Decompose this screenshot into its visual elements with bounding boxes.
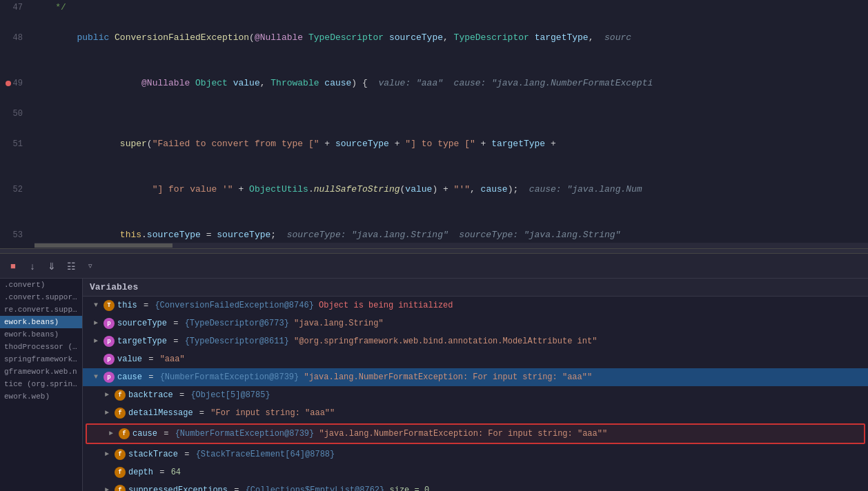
stack-item-4[interactable]: ework.beans) <box>0 316 82 328</box>
var-name-suppressed: suppressedExceptions <box>128 483 228 491</box>
var-val-sourceType: "java.lang.String" <box>294 316 384 331</box>
var-val-backtrace: {Object[5]@8785} <box>190 388 270 403</box>
line-content-48: public ConversionFailedException(@Nullab… <box>31 15 868 61</box>
code-line-51: 51 super("Failed to convert from type ["… <box>0 121 868 167</box>
debugger-panel: ■ ↓ ⇓ ☷ ▿ .convert) .convert.support) re… <box>0 254 868 491</box>
var-val-suppressed: size = 0 <box>389 483 429 491</box>
line-number-51: 51 <box>0 137 31 152</box>
var-icon-sourceType: p <box>103 318 115 329</box>
code-line-49: 49 @Nullable Object value, Throwable cau… <box>0 61 868 106</box>
editor-panel: 47 */ 48 public ConversionFailedExceptio… <box>0 0 868 248</box>
expand-arrow-targetType[interactable]: ► <box>94 334 103 349</box>
step-into-icon: ⇓ <box>48 261 56 272</box>
editor-scrollbar[interactable] <box>34 243 868 248</box>
stack-item-5[interactable]: ework.beans) <box>0 328 82 341</box>
line-content-52: "] for value '" + ObjectUtils.nullSafeTo… <box>31 167 868 212</box>
stack-item-7[interactable]: springframework.we <box>0 353 82 365</box>
var-row-this[interactable]: ▼ T this = {ConversionFailedException@87… <box>83 297 868 314</box>
var-icon-this: T <box>103 300 115 311</box>
var-val-cause-nested: "java.lang.NumberFormatException: For in… <box>319 426 607 441</box>
var-val-cause: "java.lang.NumberFormatException: For in… <box>304 370 592 385</box>
step-into-button[interactable]: ⇓ <box>44 259 59 274</box>
var-name-this: this <box>117 298 137 313</box>
var-icon-cause-nested: f <box>119 428 130 439</box>
var-row-sourceType[interactable]: ► p sourceType = {TypeDescriptor@6773} "… <box>83 314 868 332</box>
var-ref-this: {ConversionFailedException@8746} <box>155 298 319 313</box>
var-icon-targetType: p <box>103 336 115 347</box>
variables-header: Variables <box>83 279 868 297</box>
var-row-depth[interactable]: ► f depth = 64 <box>83 463 868 481</box>
step-out-button[interactable]: ☷ <box>63 259 79 274</box>
stack-item-3[interactable]: re.convert.support) <box>0 303 82 316</box>
stop-icon: ■ <box>10 261 16 271</box>
stack-item-9[interactable]: tice (org.springfram <box>0 378 82 390</box>
step-over-icon: ↓ <box>30 261 35 272</box>
debugger-content: .convert) .convert.support) re.convert.s… <box>0 279 868 491</box>
var-ref-cause: {NumberFormatException@8739} <box>160 370 304 385</box>
expand-arrow-detailMessage[interactable]: ► <box>105 405 115 421</box>
call-stack-list: .convert) .convert.support) re.convert.s… <box>0 279 83 491</box>
var-val-stackTrace: {StackTraceElement[64]@8788} <box>196 447 335 462</box>
var-icon-value: p <box>103 354 115 365</box>
var-ref-cause-nested: {NumberFormatException@8739} <box>175 426 319 441</box>
var-special-this: Object is being initialized <box>319 298 453 313</box>
expand-arrow-backtrace[interactable]: ► <box>105 388 115 403</box>
line-content-51: super("Failed to convert from type [" + … <box>31 121 868 167</box>
var-icon-suppressed: f <box>115 485 126 491</box>
code-line-52: 52 "] for value '" + ObjectUtils.nullSaf… <box>0 167 868 212</box>
stack-item-6[interactable]: thodProcessor (org. <box>0 341 82 353</box>
var-name-value: value <box>117 352 142 367</box>
var-ref-sourceType: {TypeDescriptor@6773} <box>185 316 294 331</box>
variables-pane: Variables ▼ T this = {ConversionFailedEx… <box>83 279 868 491</box>
stack-item-2[interactable]: .convert.support) <box>0 291 82 303</box>
panel-separator <box>0 248 868 254</box>
expand-arrow-sourceType[interactable]: ► <box>94 316 103 331</box>
expand-arrow-cause-nested[interactable]: ► <box>109 426 119 441</box>
debugger-toolbar: ■ ↓ ⇓ ☷ ▿ <box>0 254 868 279</box>
var-row-targetType[interactable]: ► p targetType = {TypeDescriptor@8611} "… <box>83 332 868 350</box>
var-name-stackTrace: stackTrace <box>128 447 178 462</box>
expand-arrow-suppressed[interactable]: ► <box>105 483 115 491</box>
var-row-suppressedExceptions[interactable]: ► f suppressedExceptions = {Collections$… <box>83 481 868 491</box>
var-icon-backtrace: f <box>115 390 126 401</box>
var-val-targetType: "@org.springframework.web.bind.annotatio… <box>294 334 597 349</box>
filter-button[interactable]: ▿ <box>83 259 98 274</box>
var-row-cause-nested[interactable]: ► f cause = {NumberFormatException@8739}… <box>86 423 865 444</box>
stack-item-1[interactable]: .convert) <box>0 279 82 291</box>
stack-item-10[interactable]: ework.web) <box>0 390 82 403</box>
filter-icon: ▿ <box>88 261 92 270</box>
var-row-backtrace[interactable]: ► f backtrace = {Object[5]@8785} <box>83 386 868 404</box>
expand-arrow-cause[interactable]: ▼ <box>94 370 103 385</box>
stack-item-8[interactable]: gframework.web.n <box>0 365 82 378</box>
code-line-47: 47 */ <box>0 0 868 15</box>
var-icon-stackTrace: f <box>115 449 126 460</box>
var-name-depth: depth <box>128 465 153 480</box>
var-val-depth: 64 <box>171 465 181 480</box>
line-number-47: 47 <box>0 0 31 15</box>
expand-arrow-this[interactable]: ▼ <box>94 298 103 313</box>
var-name-cause-nested: cause <box>132 426 157 441</box>
var-name-targetType: targetType <box>117 334 167 349</box>
line-number-53: 53 <box>0 228 31 243</box>
stop-button[interactable]: ■ <box>6 259 21 274</box>
var-name-detailMessage: detailMessage <box>128 405 193 421</box>
line-content-49: @Nullable Object value, Throwable cause)… <box>31 61 868 106</box>
var-val-value: "aaa" <box>160 352 185 367</box>
line-number-50: 50 <box>0 106 31 121</box>
var-row-value[interactable]: ► p value = "aaa" <box>83 350 868 368</box>
var-ref-targetType: {TypeDescriptor@8611} <box>185 334 294 349</box>
var-row-cause[interactable]: ▼ p cause = {NumberFormatException@8739}… <box>83 368 868 386</box>
expand-arrow-stackTrace[interactable]: ► <box>105 447 115 462</box>
var-name-cause: cause <box>117 370 142 385</box>
var-row-stackTrace[interactable]: ► f stackTrace = {StackTraceElement[64]@… <box>83 445 868 463</box>
code-area: 47 */ 48 public ConversionFailedExceptio… <box>0 0 868 248</box>
code-line-48: 48 public ConversionFailedException(@Nul… <box>0 15 868 61</box>
var-icon-cause: p <box>103 372 115 383</box>
var-ref-suppressed: {Collections$EmptyList@8762} <box>246 483 390 491</box>
line-number-48: 48 <box>0 30 31 46</box>
var-name-backtrace: backtrace <box>128 388 173 403</box>
step-over-button[interactable]: ↓ <box>25 259 40 274</box>
var-val-detailMessage: "For input string: "aaa"" <box>210 405 335 421</box>
var-row-detailMessage[interactable]: ► f detailMessage = "For input string: "… <box>83 404 868 422</box>
line-content-47: */ <box>31 0 868 15</box>
